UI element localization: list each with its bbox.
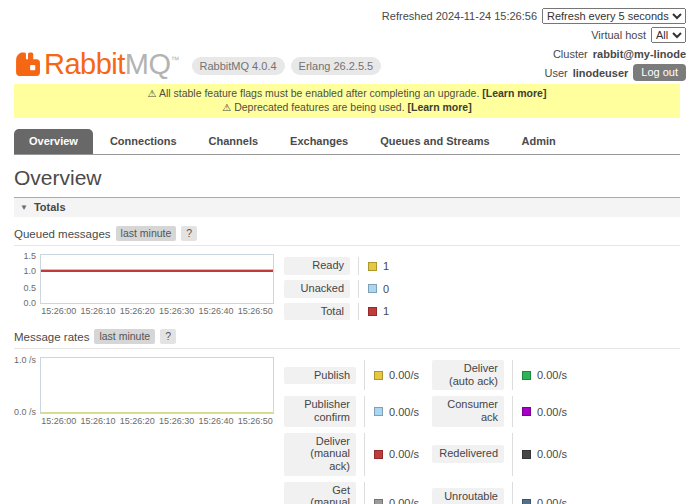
legend-label-unroutable-return[interactable]: Unroutable (return) bbox=[432, 488, 504, 504]
legend-label-consumer-ack[interactable]: Consumer ack bbox=[432, 396, 504, 426]
message-rates-header: Message rates last minute ? bbox=[14, 329, 680, 349]
legend-value-ready: 1 bbox=[383, 260, 389, 272]
legend-label-unacked[interactable]: Unacked bbox=[284, 280, 350, 298]
rabbitmq-logo[interactable]: RabbitMQ™ bbox=[14, 48, 180, 81]
legend-label-total[interactable]: Total bbox=[284, 303, 350, 321]
virtual-host-label: Virtual host bbox=[591, 29, 646, 41]
x-tick: 15:26:40 bbox=[198, 306, 233, 316]
user-name: linodeuser bbox=[573, 67, 629, 79]
brand-rabbit: Rabbit bbox=[44, 48, 125, 80]
virtual-host-select[interactable]: All bbox=[651, 27, 686, 43]
legend-label-publisher-confirm[interactable]: Publisher confirm bbox=[284, 396, 356, 426]
user-label: User bbox=[544, 67, 567, 79]
queued-range-badge[interactable]: last minute bbox=[116, 226, 177, 241]
legend-value-deliver-auto-ack: 0.00/s bbox=[537, 369, 567, 381]
y-tick: 0.0 bbox=[23, 298, 36, 308]
header: RabbitMQ™ RabbitMQ 4.0.4 Erlang 26.2.5.5… bbox=[0, 0, 694, 81]
legend-swatch-total bbox=[368, 307, 377, 316]
legend-swatch-deliver-manual-ack bbox=[374, 450, 383, 459]
queued-chart-x-axis: 15:26:00 15:26:10 15:26:20 15:26:30 15:2… bbox=[40, 304, 274, 317]
legend-label-ready[interactable]: Ready bbox=[284, 257, 350, 275]
x-tick: 15:26:10 bbox=[81, 306, 116, 316]
legend-value-publisher-confirm: 0.00/s bbox=[389, 406, 419, 418]
brand-text: RabbitMQ™ bbox=[44, 48, 180, 81]
learn-more-link-feature-flags[interactable]: [Learn more] bbox=[482, 87, 546, 99]
x-tick: 15:26:00 bbox=[41, 306, 76, 316]
legend-value-deliver-manual-ack: 0.00/s bbox=[389, 448, 419, 460]
refresh-interval-select[interactable]: Refresh every 5 seconds bbox=[542, 8, 686, 24]
y-tick: 1.0 /s bbox=[14, 355, 36, 365]
message-rates-legend: Publish 0.00/s Deliver (auto ack) 0.00/s… bbox=[284, 357, 586, 504]
chart-line-zero bbox=[41, 412, 273, 413]
rabbitmq-logo-icon bbox=[14, 51, 41, 78]
learn-more-link-deprecated[interactable]: [Learn more] bbox=[408, 101, 472, 113]
rabbitmq-version-badge: RabbitMQ 4.0.4 bbox=[192, 57, 285, 75]
message-rates-title: Message rates bbox=[14, 331, 89, 343]
cluster-label: Cluster bbox=[553, 48, 588, 60]
brand-mq: MQ bbox=[125, 48, 171, 80]
rates-range-badge[interactable]: last minute bbox=[94, 329, 155, 344]
legend-label-deliver-manual-ack[interactable]: Deliver (manual ack) bbox=[284, 433, 356, 476]
queued-chart-y-axis: 1.5 1.0 0.5 0.0 bbox=[14, 254, 40, 304]
tab-queues-and-streams[interactable]: Queues and Streams bbox=[365, 129, 504, 154]
legend-swatch-publisher-confirm bbox=[374, 407, 383, 416]
tab-connections[interactable]: Connections bbox=[95, 129, 192, 154]
main-tabs: Overview Connections Channels Exchanges … bbox=[14, 129, 680, 155]
queued-messages-title: Queued messages bbox=[14, 228, 111, 240]
help-icon[interactable]: ? bbox=[160, 329, 176, 344]
legend-value-consumer-ack: 0.00/s bbox=[537, 406, 567, 418]
cluster-name: rabbit@my-linode bbox=[593, 48, 686, 60]
x-tick: 15:26:50 bbox=[238, 306, 273, 316]
legend-label-deliver-auto-ack[interactable]: Deliver (auto ack) bbox=[432, 360, 504, 390]
refreshed-timestamp: Refreshed 2024-11-24 15:26:56 bbox=[382, 10, 537, 22]
legend-value-redelivered: 0.00/s bbox=[537, 448, 567, 460]
totals-section-header[interactable]: ▼ Totals bbox=[14, 197, 680, 217]
legend-value-get-manual-ack: 0.00/s bbox=[389, 497, 419, 504]
legend-swatch-deliver-auto-ack bbox=[522, 371, 531, 380]
tab-exchanges[interactable]: Exchanges bbox=[275, 129, 363, 154]
x-tick: 15:26:00 bbox=[41, 416, 76, 426]
x-tick: 15:26:30 bbox=[159, 306, 194, 316]
legend-value-unacked: 0 bbox=[383, 283, 389, 295]
tab-channels[interactable]: Channels bbox=[194, 129, 274, 154]
x-tick: 15:26:20 bbox=[120, 416, 155, 426]
legend-swatch-unacked bbox=[368, 284, 377, 293]
erlang-version-badge: Erlang 26.2.5.5 bbox=[291, 57, 382, 75]
legend-swatch-publish bbox=[374, 371, 383, 380]
legend-swatch-unroutable-return bbox=[522, 499, 531, 504]
trademark: ™ bbox=[171, 55, 180, 65]
legend-swatch-get-manual-ack bbox=[374, 499, 383, 504]
legend-label-get-manual-ack[interactable]: Get (manual ack) bbox=[284, 482, 356, 504]
rates-chart-x-axis: 15:26:00 15:26:10 15:26:20 15:26:30 15:2… bbox=[40, 414, 274, 427]
legend-value-unroutable-return: 0.00/s bbox=[537, 497, 567, 504]
y-tick: 1.5 bbox=[23, 251, 36, 261]
queued-messages-chart: 1.5 1.0 0.5 0.0 15:26:00 15:26:10 15:26:… bbox=[14, 254, 274, 320]
rates-chart-y-axis: 1.0 /s 0.0 /s bbox=[14, 357, 40, 414]
logout-button[interactable]: Log out bbox=[633, 64, 686, 81]
legend-label-redelivered[interactable]: Redelivered bbox=[432, 445, 504, 463]
y-tick: 1.0 bbox=[23, 266, 36, 276]
rates-chart-plot bbox=[40, 357, 274, 414]
x-tick: 15:26:20 bbox=[120, 306, 155, 316]
queued-messages-legend: Ready 1 Unacked 0 Total 1 bbox=[284, 254, 440, 320]
legend-value-total: 1 bbox=[383, 305, 389, 317]
page-title: Overview bbox=[14, 166, 680, 190]
legend-label-publish[interactable]: Publish bbox=[284, 367, 356, 385]
y-tick: 0.0 /s bbox=[14, 407, 36, 417]
warning-icon: ⚠ bbox=[222, 102, 231, 113]
deprecated-features-warning: ⚠ Deprecated features are being used. [L… bbox=[20, 101, 674, 115]
queued-messages-header: Queued messages last minute ? bbox=[14, 226, 680, 246]
tab-admin[interactable]: Admin bbox=[507, 129, 571, 154]
feature-flags-warning: ⚠ All stable feature flags must be enabl… bbox=[20, 87, 674, 101]
version-badges: RabbitMQ 4.0.4 Erlang 26.2.5.5 bbox=[192, 57, 382, 75]
help-icon[interactable]: ? bbox=[181, 226, 197, 241]
deprecated-features-warning-text: Deprecated features are being used. bbox=[234, 101, 404, 113]
x-tick: 15:26:10 bbox=[81, 416, 116, 426]
queued-chart-plot bbox=[40, 254, 274, 304]
feature-flags-warning-text: All stable feature flags must be enabled… bbox=[159, 87, 479, 99]
legend-value-publish: 0.00/s bbox=[389, 369, 419, 381]
chart-line-total bbox=[41, 270, 273, 272]
tab-overview[interactable]: Overview bbox=[14, 129, 93, 154]
legend-swatch-redelivered bbox=[522, 450, 531, 459]
warning-banner: ⚠ All stable feature flags must be enabl… bbox=[14, 84, 680, 118]
